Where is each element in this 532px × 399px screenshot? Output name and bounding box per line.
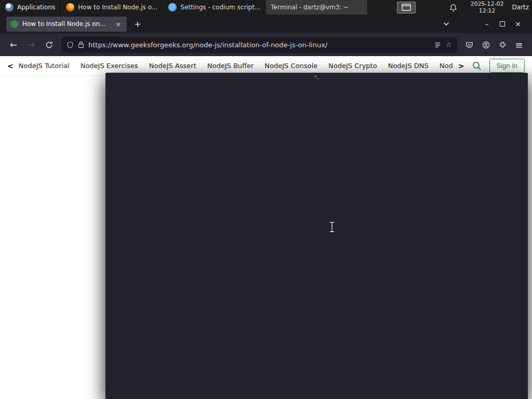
firefox-icon [66, 3, 74, 11]
url-bar[interactable]: https://www.geeksforgeeks.org/node-js/in… [61, 37, 457, 53]
browser-minimize-button[interactable]: – [479, 20, 495, 28]
new-tab-button[interactable]: + [131, 17, 144, 31]
lock-icon[interactable] [78, 41, 84, 48]
notification-bell-icon[interactable] [449, 4, 457, 11]
menu-icon[interactable]: ≡ [511, 37, 527, 52]
browser-toolbar: ← → https://www.geeksforgeeks.org/node-j… [0, 33, 532, 56]
clock-time: 12:12 [471, 7, 504, 14]
site-nav-items: NodeJS TutorialNodeJS ExercisesNodeJS As… [19, 62, 453, 70]
nav-item[interactable]: NodeJS Crypto [328, 62, 377, 70]
taskbar: Applications How to Install Node.js o...… [0, 0, 532, 15]
search-button[interactable] [472, 61, 482, 71]
url-text: https://www.geeksforgeeks.org/node-js/in… [88, 41, 430, 49]
reload-button[interactable] [41, 36, 57, 53]
clock-date: 2025-12-02 [471, 1, 504, 7]
nav-item[interactable]: NodeJS Tutorial [19, 62, 70, 70]
browser-window-controls: – × [479, 20, 529, 28]
taskbar-window-button[interactable]: Settings - codium script... [163, 0, 265, 15]
clock[interactable]: 2025-12-02 12:12 [471, 1, 504, 14]
applications-label: Applications [17, 4, 55, 11]
nav-scroll-left-button[interactable]: < [7, 62, 14, 70]
back-button[interactable]: ← [5, 36, 22, 53]
extensions-icon[interactable] [495, 37, 510, 52]
nav-item[interactable]: NodeJS Assert [149, 62, 196, 70]
taskbar-windows: How to Install Node.js o...Settings - co… [61, 0, 368, 15]
pocket-icon[interactable] [461, 37, 477, 52]
nav-scroll-right-button[interactable]: > [458, 62, 464, 70]
tray-window-icon [402, 4, 411, 11]
reader-view-icon[interactable] [434, 42, 441, 48]
shield-icon[interactable] [66, 41, 74, 49]
desktop: Applications How to Install Node.js o...… [0, 0, 532, 399]
taskbar-window-button[interactable]: >_Terminal - dartz@vm3: ~ [265, 0, 368, 15]
browser-close-button[interactable]: × [510, 20, 526, 28]
account-icon[interactable] [478, 37, 494, 52]
nav-item[interactable]: NodeJS Console [264, 62, 317, 70]
forward-button[interactable]: → [23, 36, 39, 53]
tab-title: How to Install Node.js on... [22, 20, 110, 28]
applications-menu-button[interactable]: Applications [0, 0, 60, 15]
taskbar-window-title: How to Install Node.js o... [78, 4, 157, 11]
applications-icon [5, 3, 14, 11]
browser-maximize-button[interactable] [495, 21, 510, 26]
nav-item[interactable]: NodeJS Buffer [207, 62, 254, 70]
sign-in-button[interactable]: Sign In [489, 59, 525, 73]
bookmark-star-icon[interactable]: ☆ [445, 41, 452, 49]
tab-close-icon[interactable]: × [114, 20, 123, 28]
list-all-tabs-button[interactable] [440, 17, 453, 31]
nav-item[interactable]: NodeJS DNS [388, 62, 429, 70]
taskbar-right: 2025-12-02 12:12 Dartz [449, 1, 532, 14]
nav-item[interactable]: NodeJS Exercises [81, 62, 138, 70]
browser-tab-bar: How to Install Node.js on... × + – × [0, 15, 532, 33]
reload-icon [45, 41, 53, 49]
taskbar-window-title: Settings - codium script... [180, 4, 260, 11]
nav-item[interactable]: Node [440, 62, 453, 70]
user-menu[interactable]: Dartz [512, 4, 529, 11]
tray-terminal-button[interactable] [397, 2, 416, 14]
taskbar-window-button[interactable]: How to Install Node.js o... [61, 0, 163, 15]
chevron-down-icon [443, 22, 449, 26]
codium-icon [168, 3, 177, 11]
text-cursor-pointer [328, 221, 336, 235]
taskbar-window-title: Terminal - dartz@vm3: ~ [271, 4, 349, 11]
maximize-icon [500, 21, 505, 26]
search-icon [472, 61, 482, 71]
site-favicon [10, 20, 18, 28]
browser-tab[interactable]: How to Install Node.js on... × [6, 17, 127, 32]
